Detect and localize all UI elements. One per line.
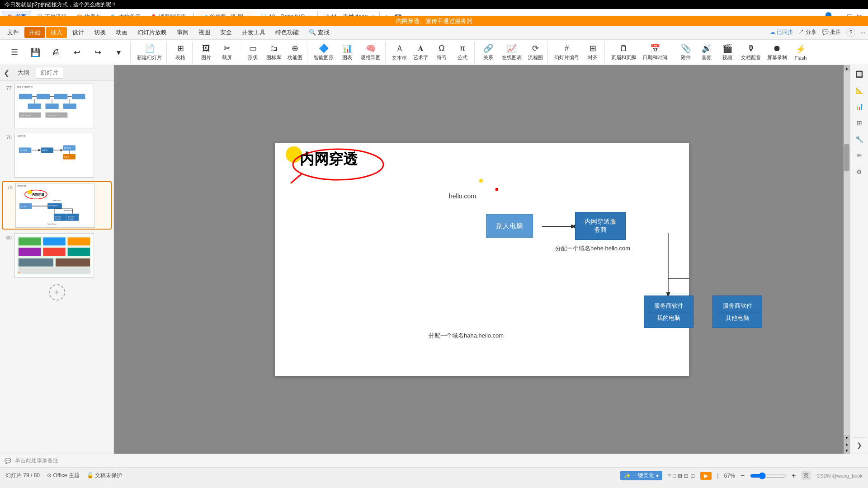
menu-features[interactable]: 特色功能 [271,27,303,38]
svg-text:服务商: 服务商 [42,149,47,151]
right-panel: 🔲 📐 📊 ⊞ 🔧 ✏ ⚙ ❯ [850,65,868,454]
slide-item-79[interactable]: 79 内网穿透 内网穿透 hello.com [2,181,112,230]
right-tool-1[interactable]: 🔲 [852,67,867,81]
box-other-pc: 别人电脑 [486,214,533,238]
toolbar-function-btn[interactable]: ⊕ 功能图 [285,42,305,62]
toolbar-redo-dropdown[interactable]: ▾ [108,42,128,62]
right-tool-7[interactable]: ⚙ [852,164,867,179]
sidebar-tab-outline[interactable]: 大纲 [13,67,34,78]
menu-slideshow[interactable]: 幻灯片放映 [133,27,171,38]
beautify-btn[interactable]: ✨ 一键美化 ▾ [620,471,662,480]
toolbar-audio-btn[interactable]: 🔊 音频 [697,42,717,62]
toolbar-datetime-btn[interactable]: 📅 日期和时间 [640,42,670,62]
scroll-down-btn[interactable]: ▼ [844,435,850,441]
right-tool-4[interactable]: ⊞ [852,116,867,130]
menu-more[interactable]: ··· [861,29,865,36]
menu-sync[interactable]: ☁ 已同步 [770,28,793,36]
menu-devtools[interactable]: 开发工具 [237,27,270,38]
play-btn[interactable]: ▶ [700,472,712,480]
zoom-slider[interactable] [750,472,786,479]
add-slide-btn[interactable]: + [2,282,112,303]
toolbar-image-btn[interactable]: 🖼 图片 [196,42,216,62]
right-tool-collapse[interactable]: ❯ [852,437,867,452]
menu-start[interactable]: 开始 [24,27,45,38]
bottom-note-placeholder[interactable]: 单击此处添加备注 [15,457,58,465]
scroll-extra-down[interactable]: ▼ [844,447,850,454]
view-split-btn[interactable]: ⊟ [684,473,689,479]
canvas-scrollbar-v[interactable]: ▲ ▼ ▲ ▼ [844,65,850,454]
toolbar-screenrecord-btn[interactable]: ⏺ 屏幕录制 [764,42,790,62]
toolbar-online-chart-btn[interactable]: 📈 在线图表 [499,42,524,62]
toolbar-pageheader-btn[interactable]: 🗒 页眉和页脚 [609,42,639,62]
toolbar-table-btn[interactable]: ⊞ 表格 [170,42,190,62]
menu-review[interactable]: 审阅 [172,27,193,38]
beautify-dropdown[interactable]: ▾ [656,473,659,479]
toolbar-save-btn[interactable]: 💾 [25,42,45,62]
toolbar-arttext-btn[interactable]: 𝐀 艺术字 [410,42,431,62]
menu-view[interactable]: 视图 [194,27,215,38]
scroll-up-btn[interactable]: ▲ [844,65,850,71]
menu-share[interactable]: ↗ 分享 [798,28,816,36]
toolbar-symbol-btn[interactable]: Ω 符号 [432,42,452,62]
view-grid-btn[interactable]: ⊞ [678,473,682,479]
menu-design[interactable]: 设计 [68,27,89,38]
view-outline-btn[interactable]: ≡ [668,473,671,479]
toolbar-chartlib-btn[interactable]: 🗂 图标库 [264,42,284,62]
toolbar-screenshot-btn[interactable]: ✂ 截屏 [217,42,237,62]
toolbar-smart-btn[interactable]: 🔷 智能图形 [311,42,336,62]
menu-security[interactable]: 安全 [216,27,236,38]
toolbar-docmatch-btn[interactable]: 🎙 文档配音 [738,42,764,62]
sidebar-tab-slides[interactable]: 幻灯片 [36,67,63,79]
toolbar-textbox-btn[interactable]: Ａ 文本框 [389,42,410,62]
toolbar-chart-btn[interactable]: 📊 图表 [337,42,357,62]
toolbar-attachment-btn[interactable]: 📎 附件 [676,42,696,62]
sidebar-toggle-btn[interactable]: ❮ [4,69,9,77]
view-show-btn[interactable]: ⊡ [690,473,695,479]
toolbar-relation-btn[interactable]: 🔗 关系 [478,42,498,62]
zoom-in-btn[interactable]: + [792,472,796,480]
view-normal-btn[interactable]: □ [673,473,676,479]
toolbar-flow-btn[interactable]: ⟳ 流程图 [525,42,546,62]
toolbar-mindmap-btn[interactable]: 🧠 思维导图 [358,42,383,62]
menu-help[interactable]: ? [846,28,855,37]
slide-info: 幻灯片 79 / 80 [5,472,40,479]
slide-item-77[interactable]: 77 物流-支付网络图 [2,83,112,129]
menu-search-label: 查找 [318,29,330,36]
menu-animation[interactable]: 动画 [111,27,132,38]
lang-indicator[interactable]: 英 [801,471,811,480]
slide-canvas[interactable]: 内网穿透 hello.com [275,143,689,376]
svg-rect-52 [19,237,41,245]
toolbar-shape-btn[interactable]: ▭ 形状 [243,42,263,62]
toolbar-video-btn[interactable]: 🎬 视频 [717,42,737,62]
toolbar-shape-group: ▭ 形状 🗂 图标库 ⊕ 功能图 [241,42,307,63]
svg-rect-57 [68,248,90,256]
menu-search[interactable]: 🔍 查找 [304,27,334,38]
svg-text:我的电脑: 我的电脑 [55,218,61,220]
toolbar-print-btn[interactable]: 🖨 [46,42,66,62]
zoom-out-btn[interactable]: − [741,472,745,480]
menu-batch[interactable]: 💬 批注 [822,28,841,36]
slide-thumb-78: 内网穿透 别人电脑 服务商 [14,133,94,178]
scroll-extra-up[interactable]: ▲ [844,441,850,447]
toolbar-equation-btn[interactable]: π 公式 [453,42,472,62]
scroll-thumb[interactable] [844,144,849,171]
toolbar-redo-btn[interactable]: ↪ [88,42,108,62]
toolbar-menu-btn[interactable]: ☰ [5,42,24,62]
toolbar-media-group: 📎 附件 🔊 音频 🎬 视频 🎙 文档配音 ⏺ 屏幕录制 ⚡ Flash [674,42,812,63]
toolbar-quick-access: ☰ 💾 🖨 ↩ ↪ ▾ [3,42,131,63]
right-tool-2[interactable]: 📐 [852,83,867,98]
right-tool-3[interactable]: 📊 [852,99,867,114]
slide-item-80[interactable]: 80 [2,232,112,279]
menu-insert[interactable]: 插入 [46,27,67,38]
toolbar-align-btn[interactable]: ⊞ 对齐 [583,42,603,62]
toolbar-slidenum-btn[interactable]: # 幻灯片编号 [552,42,582,62]
right-tool-5[interactable]: 🔧 [852,132,867,146]
toolbar-undo-btn[interactable]: ↩ [67,42,87,62]
menu-file[interactable]: 文件 [3,27,24,38]
toolbar-newslide-btn[interactable]: 📄 新建幻灯片 [134,42,165,62]
toolbar-flash-btn[interactable]: ⚡ Flash [791,42,811,62]
right-tool-6[interactable]: ✏ [852,148,867,163]
menu-switch[interactable]: 切换 [90,27,110,38]
slide-item-78[interactable]: 78 内网穿透 [2,132,112,178]
sidebar-tabs: ❮ 大纲 幻灯片 [0,65,113,81]
